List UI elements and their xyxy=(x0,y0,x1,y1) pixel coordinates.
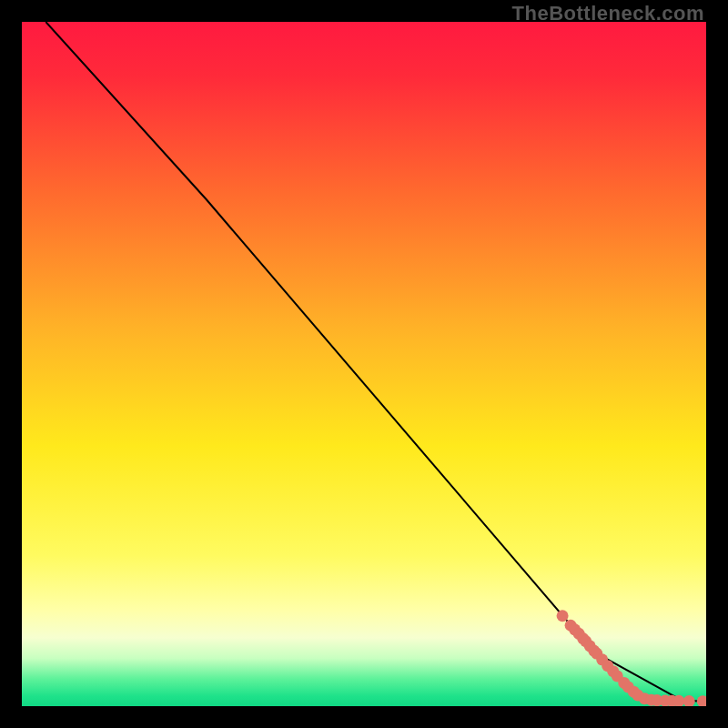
plot-area xyxy=(22,22,706,706)
data-point xyxy=(557,610,569,622)
chart-frame: TheBottleneck.com xyxy=(0,0,728,728)
chart-svg xyxy=(22,22,706,706)
gradient-background xyxy=(22,22,706,706)
